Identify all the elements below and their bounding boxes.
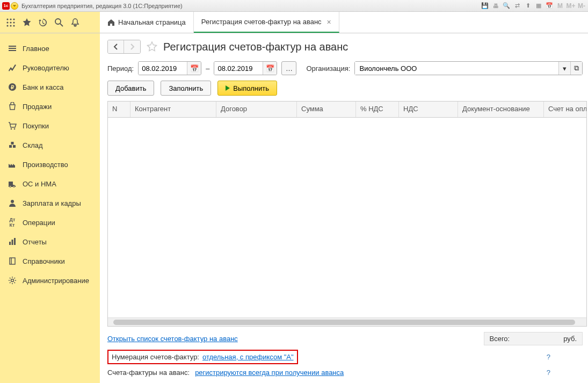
col-counterparty[interactable]: Контрагент [130,102,216,117]
run-button[interactable]: Выполнить [217,81,277,96]
date-from-input[interactable] [139,62,187,75]
sidebar-item-label: Зарплата и кадры [23,199,81,207]
col-sum[interactable]: Сумма [297,102,356,117]
svg-point-7 [10,25,11,26]
m-plus-icon[interactable]: M+ [567,2,575,10]
calendar-icon[interactable]: 📅 [545,2,554,10]
gear-icon [8,276,17,285]
book-icon [8,256,17,266]
col-contract[interactable]: Договор [216,102,297,117]
sidebar-item-bank[interactable]: ₽Банк и касса [0,77,100,97]
table-body[interactable] [108,118,586,317]
back-button[interactable] [108,40,124,53]
bag-icon [8,102,17,111]
bell-icon[interactable] [69,16,82,29]
footer: Открыть список счетов-фактур на аванс Вс… [107,327,588,383]
sidebar-item-manager[interactable]: Руководителю [0,58,100,77]
tab-home[interactable]: Начальная страница [100,12,194,33]
button-label: Добавить [115,84,146,92]
col-vat[interactable]: НДС [399,102,458,117]
sidebar-item-main[interactable]: Главное [0,39,100,58]
total-box: Всего: руб. [484,332,583,345]
col-vat-pct[interactable]: % НДС [356,102,399,117]
m-icon[interactable]: M [556,2,564,10]
sidebar-item-operations[interactable]: ДтКтОперации [0,213,100,232]
search-icon[interactable] [53,16,66,29]
compare-icon[interactable]: ⇄ [513,2,521,10]
history-icon[interactable] [37,16,49,29]
star-icon[interactable] [20,16,33,29]
help-icon[interactable]: ? [547,353,550,361]
col-invoice[interactable]: Счет на оплату [544,102,586,117]
svg-point-24 [11,279,14,282]
svg-rect-20 [9,242,11,245]
close-icon[interactable]: × [327,18,331,26]
total-label: Всего: [490,335,510,343]
fill-button[interactable]: Заполнить [161,81,211,96]
favorite-icon[interactable] [146,41,158,53]
svg-point-5 [13,21,14,23]
period-label: Период: [107,64,134,73]
print-icon[interactable]: 🖶 [491,2,500,10]
sidebar-item-production[interactable]: Производство [0,155,100,174]
sidebar-item-warehouse[interactable]: Склад [0,135,100,155]
sidebar-item-label: Отчеты [23,238,47,246]
apps-icon[interactable] [4,16,17,29]
sidebar-item-label: Администрирование [23,277,89,285]
h-scrollbar[interactable] [108,317,586,326]
page-title: Регистрация счетов-фактур на аванс [163,41,348,53]
chevron-down-icon[interactable]: ▾ [558,62,570,75]
sidebar-item-reports[interactable]: Отчеты [0,232,100,251]
open-icon[interactable]: ⧉ [570,62,582,75]
org-select: ▾ ⧉ [354,61,583,75]
numbering-box: Нумерация счетов-фактур: отдельная, с пр… [107,350,298,364]
home-icon [107,19,115,26]
window-title: Бухгалтерия предприятия, редакция 3.0 (1… [21,3,183,9]
col-doc[interactable]: Документ-основание [458,102,544,117]
sidebar-item-purchases[interactable]: Покупки [0,116,100,135]
m-minus-icon[interactable]: M- [577,2,586,10]
svg-point-4 [10,21,11,23]
svg-point-1 [10,18,11,20]
sidebar-item-label: Банк и касса [23,83,64,91]
svg-rect-21 [12,240,13,245]
sidebar-item-admin[interactable]: Администрирование [0,271,100,290]
bars-icon [8,237,17,247]
col-n[interactable]: N [108,102,130,117]
help-icon[interactable]: ? [547,368,550,377]
add-button[interactable]: Добавить [107,81,154,96]
org-input[interactable] [355,62,558,75]
org-label: Организация: [306,64,350,73]
numbering-link[interactable]: отдельная, с префиксом "А" [202,353,294,361]
calc-icon[interactable]: ▦ [534,2,543,10]
svg-point-18 [13,186,15,187]
boxes-icon [8,140,17,150]
tab-label: Регистрация счетов-фактур на аванс [201,18,322,26]
svg-point-13 [14,128,16,130]
sf-link[interactable]: регистрируются всегда при получении аван… [195,368,344,377]
calendar-icon[interactable]: 📅 [187,62,201,75]
titlebar-dropdown-icon[interactable] [11,2,18,10]
tabs: Начальная страница Регистрация счетов-фа… [100,12,588,33]
preview-icon[interactable]: 🔍 [502,2,511,10]
period-picker-button[interactable]: … [281,61,296,75]
forward-button[interactable] [124,40,140,53]
sidebar-item-catalogs[interactable]: Справочники [0,251,100,271]
svg-point-6 [6,25,8,26]
sidebar-item-assets[interactable]: ОС и НМА [0,174,100,193]
svg-rect-16 [11,142,14,144]
sidebar-item-label: ОС и НМА [23,180,56,188]
cart-icon [8,121,17,131]
tab-invoice-reg[interactable]: Регистрация счетов-фактур на аванс × [194,12,339,33]
save-icon[interactable]: 💾 [481,2,489,10]
open-invoice-list-link[interactable]: Открыть список счетов-фактур на аванс [107,335,238,343]
sidebar-item-label: Руководителю [23,64,69,72]
sidebar-item-label: Справочники [23,257,65,265]
export-icon[interactable]: ⬆ [524,2,532,10]
scrollbar-thumb[interactable] [113,320,575,325]
calendar-icon[interactable]: 📅 [263,62,277,75]
sidebar-item-hr[interactable]: Зарплата и кадры [0,193,100,213]
date-to-input[interactable] [214,62,263,75]
menu-icon [8,44,17,53]
sidebar-item-sales[interactable]: Продажи [0,97,100,116]
